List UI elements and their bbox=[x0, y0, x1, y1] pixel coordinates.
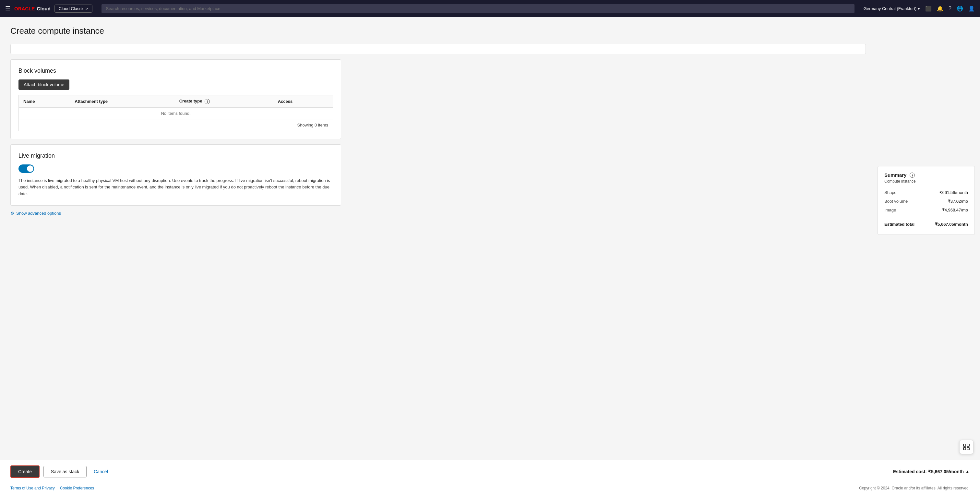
cookie-preferences-link[interactable]: Cookie Preferences bbox=[60, 486, 94, 490]
nav-right-controls: Germany Central (Frankfurt) ▾ ⬛ 🔔 ? 🌐 👤 bbox=[864, 5, 975, 12]
summary-image-value: ₹4,968.47/mo bbox=[942, 208, 968, 212]
summary-divider bbox=[885, 217, 968, 217]
svg-rect-2 bbox=[964, 448, 966, 450]
show-advanced-label: Show advanced options bbox=[16, 211, 61, 216]
language-icon[interactable]: 🌐 bbox=[957, 5, 963, 12]
show-advanced-options-link[interactable]: ⚙ Show advanced options bbox=[10, 211, 866, 216]
col-create-type: Create type i bbox=[175, 95, 274, 108]
search-input[interactable] bbox=[102, 4, 854, 13]
summary-header: Summary i bbox=[885, 172, 968, 178]
summary-boot-volume-value: ₹37.02/mo bbox=[948, 199, 968, 204]
region-dropdown-icon: ▾ bbox=[918, 6, 920, 11]
footer-bar: Create Save as stack Cancel Estimated co… bbox=[0, 460, 980, 483]
col-attachment-type: Attachment type bbox=[70, 95, 175, 108]
search-container bbox=[102, 4, 854, 13]
oracle-logo: ORACLE Cloud bbox=[14, 6, 51, 11]
right-panel: Summary i Compute instance Shape ₹661.56… bbox=[876, 17, 980, 460]
cancel-button[interactable]: Cancel bbox=[91, 466, 111, 477]
hamburger-icon[interactable]: ☰ bbox=[5, 5, 10, 12]
cloud-shell-icon[interactable]: ⬛ bbox=[925, 5, 932, 12]
oracle-text: ORACLE bbox=[14, 6, 35, 11]
live-migration-title: Live migration bbox=[19, 153, 333, 159]
summary-boot-volume-label: Boot volume bbox=[885, 199, 908, 204]
block-volumes-table: Name Attachment type Create type i Acces… bbox=[19, 95, 333, 131]
cloud-classic-button[interactable]: Cloud Classic > bbox=[54, 5, 92, 13]
svg-rect-3 bbox=[967, 448, 969, 450]
summary-boot-volume-row: Boot volume ₹37.02/mo bbox=[885, 197, 968, 206]
svg-rect-0 bbox=[964, 444, 966, 446]
summary-total-value: ₹5,667.05/month bbox=[935, 222, 968, 227]
summary-subtitle: Compute instance bbox=[885, 179, 968, 184]
help-widget[interactable] bbox=[959, 440, 974, 454]
block-volumes-card: Block volumes Attach block volume Name A… bbox=[10, 59, 341, 139]
summary-shape-row: Shape ₹661.56/month bbox=[885, 188, 968, 197]
page-footer: Terms of Use and Privacy Cookie Preferen… bbox=[0, 483, 980, 493]
notifications-icon[interactable]: 🔔 bbox=[937, 5, 943, 12]
live-migration-card: Live migration The instance is live migr… bbox=[10, 144, 341, 206]
scrolled-top-card bbox=[10, 44, 866, 54]
col-name: Name bbox=[19, 95, 70, 108]
terms-link[interactable]: Terms of Use and Privacy bbox=[10, 486, 55, 490]
summary-info-icon[interactable]: i bbox=[910, 173, 915, 178]
estimated-cost-arrow-icon: ▲ bbox=[965, 469, 970, 474]
user-profile-icon[interactable]: 👤 bbox=[968, 5, 975, 12]
toggle-slider bbox=[19, 164, 34, 173]
attach-block-volume-button[interactable]: Attach block volume bbox=[19, 80, 69, 90]
showing-items-row: Showing 0 items bbox=[19, 119, 333, 131]
block-volumes-title: Block volumes bbox=[19, 67, 333, 74]
help-icon[interactable]: ? bbox=[948, 5, 951, 11]
summary-total-row: Estimated total ₹5,667.05/month bbox=[885, 220, 968, 229]
create-button[interactable]: Create bbox=[10, 466, 40, 478]
sliders-icon: ⚙ bbox=[10, 211, 14, 216]
region-selector[interactable]: Germany Central (Frankfurt) ▾ bbox=[864, 6, 920, 11]
live-migration-toggle-row bbox=[19, 164, 333, 173]
summary-title: Summary bbox=[885, 172, 907, 178]
save-as-stack-button[interactable]: Save as stack bbox=[43, 466, 87, 477]
summary-image-row: Image ₹4,968.47/mo bbox=[885, 206, 968, 215]
no-items-row: No items found. bbox=[19, 107, 333, 119]
footer-left-links: Terms of Use and Privacy Cookie Preferen… bbox=[10, 486, 94, 490]
summary-shape-value: ₹661.56/month bbox=[939, 190, 968, 195]
create-type-info-icon[interactable]: i bbox=[205, 99, 210, 104]
live-migration-description: The instance is live migrated to a healt… bbox=[19, 177, 333, 197]
col-access: Access bbox=[274, 95, 333, 108]
page-wrapper: Create compute instance Block volumes At… bbox=[0, 17, 980, 460]
region-label: Germany Central (Frankfurt) bbox=[864, 6, 916, 11]
svg-rect-1 bbox=[967, 444, 969, 446]
footer-estimated-cost: Estimated cost: ₹5,667.05/month ▲ bbox=[893, 469, 970, 474]
estimated-cost-value: ₹5,667.05/month bbox=[928, 469, 964, 474]
live-migration-toggle[interactable] bbox=[19, 164, 34, 173]
summary-total-label: Estimated total bbox=[885, 222, 915, 227]
main-content: Create compute instance Block volumes At… bbox=[0, 17, 876, 460]
estimated-cost-label: Estimated cost: bbox=[893, 469, 927, 474]
summary-card: Summary i Compute instance Shape ₹661.56… bbox=[878, 166, 975, 235]
summary-image-label: Image bbox=[885, 208, 896, 212]
summary-shape-label: Shape bbox=[885, 190, 897, 195]
copyright-text: Copyright © 2024, Oracle and/or its affi… bbox=[859, 486, 970, 490]
page-title: Create compute instance bbox=[10, 26, 866, 36]
top-nav: ☰ ORACLE Cloud Cloud Classic > Germany C… bbox=[0, 0, 980, 17]
cloud-text: Cloud bbox=[37, 6, 51, 11]
